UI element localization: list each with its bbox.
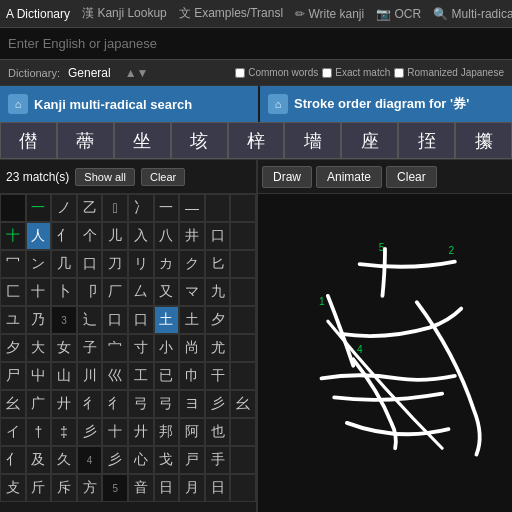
- cell[interactable]: 厶: [128, 278, 154, 306]
- cell[interactable]: 口: [128, 306, 154, 334]
- cell[interactable]: 卩: [77, 278, 103, 306]
- radical-btn-1[interactable]: 蔕: [57, 122, 114, 159]
- radical-btn-8[interactable]: 攥: [455, 122, 512, 159]
- cell[interactable]: 3: [51, 306, 77, 334]
- cell[interactable]: 日: [154, 474, 180, 502]
- cell[interactable]: 日: [205, 474, 231, 502]
- common-words-input[interactable]: [235, 68, 245, 78]
- nav-ocr[interactable]: 📷 OCR: [376, 7, 421, 21]
- cell[interactable]: 夕: [0, 334, 26, 362]
- cell[interactable]: ク: [179, 250, 205, 278]
- exact-match-input[interactable]: [322, 68, 332, 78]
- draw-button[interactable]: Draw: [262, 166, 312, 188]
- cell[interactable]: 刀: [102, 250, 128, 278]
- cell-earth[interactable]: 土: [154, 306, 180, 334]
- cell[interactable]: マ: [179, 278, 205, 306]
- cell[interactable]: 4: [77, 446, 103, 474]
- cell[interactable]: 广: [26, 390, 52, 418]
- cell[interactable]: 乙: [77, 194, 103, 222]
- cell[interactable]: [230, 306, 256, 334]
- radical-btn-2[interactable]: 坐: [114, 122, 171, 159]
- cell[interactable]: 及: [26, 446, 52, 474]
- cell[interactable]: 夕: [205, 306, 231, 334]
- cell[interactable]: 土: [179, 306, 205, 334]
- cell[interactable]: 弓: [154, 390, 180, 418]
- cell[interactable]: [230, 250, 256, 278]
- cell[interactable]: 大: [26, 334, 52, 362]
- cell[interactable]: 儿: [102, 222, 128, 250]
- cell[interactable]: 尸: [0, 362, 26, 390]
- cell-person[interactable]: 人: [26, 222, 52, 250]
- cell[interactable]: 廾: [128, 418, 154, 446]
- nav-multiradical[interactable]: 🔍 Multi-radical: [433, 7, 512, 21]
- cell[interactable]: 巾: [179, 362, 205, 390]
- cell[interactable]: 工: [128, 362, 154, 390]
- cell[interactable]: 十: [102, 418, 128, 446]
- cell[interactable]: 子: [77, 334, 103, 362]
- cell[interactable]: [230, 194, 256, 222]
- cell[interactable]: 斤: [26, 474, 52, 502]
- cell[interactable]: 𠄐: [102, 194, 128, 222]
- cell[interactable]: 山: [51, 362, 77, 390]
- cell[interactable]: [230, 474, 256, 502]
- right-home-icon[interactable]: ⌂: [268, 94, 288, 114]
- cell[interactable]: 匚: [0, 278, 26, 306]
- cell[interactable]: 女: [51, 334, 77, 362]
- cell[interactable]: 彡: [77, 418, 103, 446]
- cell[interactable]: 已: [154, 362, 180, 390]
- cell[interactable]: 辶: [77, 306, 103, 334]
- cell[interactable]: 口: [77, 250, 103, 278]
- right-section-header[interactable]: ⌂ Stroke order diagram for '券': [258, 86, 512, 122]
- animate-button[interactable]: Animate: [316, 166, 382, 188]
- cell[interactable]: [205, 194, 231, 222]
- cell[interactable]: 彡: [205, 390, 231, 418]
- radical-btn-5[interactable]: 墻: [284, 122, 341, 159]
- cell[interactable]: [230, 222, 256, 250]
- cell[interactable]: 5: [102, 474, 128, 502]
- cell[interactable]: 手: [205, 446, 231, 474]
- cell[interactable]: 冫: [128, 194, 154, 222]
- cell[interactable]: 戸: [179, 446, 205, 474]
- clear-button-left[interactable]: Clear: [141, 168, 185, 186]
- cell[interactable]: 彳: [77, 390, 103, 418]
- cell[interactable]: イ: [0, 418, 26, 446]
- cell[interactable]: 阿: [179, 418, 205, 446]
- cell[interactable]: 小: [154, 334, 180, 362]
- left-home-icon[interactable]: ⌂: [8, 94, 28, 114]
- cell[interactable]: 巛: [102, 362, 128, 390]
- radical-btn-7[interactable]: 挃: [398, 122, 455, 159]
- cell[interactable]: —: [179, 194, 205, 222]
- cell[interactable]: 个: [77, 222, 103, 250]
- cell[interactable]: 一: [154, 194, 180, 222]
- cell[interactable]: 屮: [26, 362, 52, 390]
- romanized-checkbox[interactable]: Romanized Japanese: [394, 67, 504, 78]
- cell[interactable]: 九: [205, 278, 231, 306]
- cell[interactable]: 口: [102, 306, 128, 334]
- cell[interactable]: 幺: [230, 390, 256, 418]
- cell[interactable]: [230, 334, 256, 362]
- cell[interactable]: 十: [0, 222, 26, 250]
- cell[interactable]: 八: [154, 222, 180, 250]
- cell[interactable]: 几: [51, 250, 77, 278]
- cell[interactable]: 音: [128, 474, 154, 502]
- cell[interactable]: 幺: [0, 390, 26, 418]
- nav-kanji-lookup[interactable]: 漢 Kanji Lookup: [82, 5, 167, 22]
- exact-match-checkbox[interactable]: Exact match: [322, 67, 390, 78]
- cell[interactable]: 也: [205, 418, 231, 446]
- cell[interactable]: 厂: [102, 278, 128, 306]
- cell[interactable]: 宀: [102, 334, 128, 362]
- cell[interactable]: 匕: [205, 250, 231, 278]
- cell[interactable]: カ: [154, 250, 180, 278]
- radical-btn-4[interactable]: 梓: [228, 122, 285, 159]
- cell[interactable]: 十: [26, 278, 52, 306]
- cell[interactable]: ユ: [0, 306, 26, 334]
- cell[interactable]: [230, 362, 256, 390]
- cell[interactable]: †: [26, 418, 52, 446]
- cell[interactable]: ヨ: [179, 390, 205, 418]
- cell[interactable]: [230, 418, 256, 446]
- cell[interactable]: 寸: [128, 334, 154, 362]
- cell[interactable]: ノ: [51, 194, 77, 222]
- left-section-header[interactable]: ⌂ Kanji multi-radical search: [0, 86, 258, 122]
- cell[interactable]: [230, 278, 256, 306]
- cell[interactable]: 廾: [51, 390, 77, 418]
